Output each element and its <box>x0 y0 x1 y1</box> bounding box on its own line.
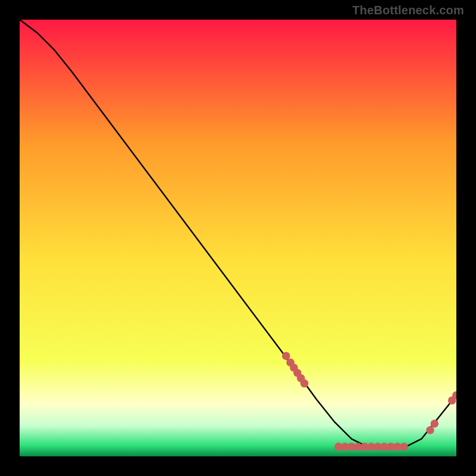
gradient-background <box>20 20 456 456</box>
chart-stage: TheBottleneck.com <box>0 0 476 476</box>
data-point <box>300 380 309 388</box>
plot-area <box>20 20 456 456</box>
chart-svg <box>20 20 456 456</box>
data-point <box>431 419 439 428</box>
watermark-text: TheBottleneck.com <box>352 4 464 17</box>
data-point <box>400 443 408 451</box>
